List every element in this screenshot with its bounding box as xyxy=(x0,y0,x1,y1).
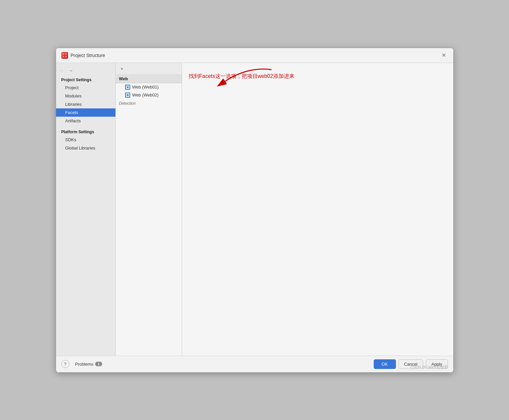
sidebar-item-libraries[interactable]: Libraries xyxy=(56,100,115,108)
middle-panel: + Web Web (Web01) Web (Web02) Detection xyxy=(116,63,182,356)
facet-item-web01[interactable]: Web (Web01) xyxy=(116,83,182,91)
web-facet-icon-inner xyxy=(126,86,129,89)
close-button[interactable]: ✕ xyxy=(440,51,448,59)
facet-item-web01-label: Web (Web01) xyxy=(132,85,159,90)
bottom-bar: ? Problems 1 OK Cancel Apply xyxy=(56,356,453,372)
web-facet-icon xyxy=(125,85,130,90)
sidebar-item-global-libraries[interactable]: Global Libraries xyxy=(56,144,115,152)
web-facet-icon-2 xyxy=(125,92,130,98)
nav-divider xyxy=(56,125,115,128)
main-content: ← → Project Settings Project Modules Lib… xyxy=(56,63,453,356)
ok-button[interactable]: OK xyxy=(374,359,396,369)
svg-rect-1 xyxy=(65,53,67,55)
add-facet-button[interactable]: + xyxy=(118,65,126,72)
sidebar-item-project[interactable]: Project xyxy=(56,84,115,92)
web-facet-icon-inner-2 xyxy=(126,93,129,97)
detection-label: Detection xyxy=(116,99,182,108)
back-button[interactable]: ← xyxy=(59,67,66,74)
right-panel: 找到Facets这一选项，把项目web02添加进来 xyxy=(182,63,453,356)
nav-arrows: ← → xyxy=(56,66,115,76)
dialog-title: Project Structure xyxy=(71,53,105,58)
svg-rect-2 xyxy=(62,56,64,58)
sidebar-item-sdks[interactable]: SDKs xyxy=(56,136,115,144)
project-settings-header: Project Settings xyxy=(56,76,115,84)
svg-rect-3 xyxy=(65,56,67,58)
annotation-text: 找到Facets这一选项，把项目web02添加进来 xyxy=(189,73,294,80)
platform-settings-header: Platform Settings xyxy=(56,128,115,136)
facet-item-web02-label: Web (Web02) xyxy=(132,92,159,97)
project-structure-dialog: Project Structure ✕ ← → Project Settings… xyxy=(56,48,454,373)
facets-list: Web Web (Web01) Web (Web02) Detection xyxy=(116,75,182,356)
sidebar-item-facets[interactable]: Facets xyxy=(56,108,115,117)
watermark: CSDN @Cata卡若朋朋 xyxy=(411,365,448,370)
middle-toolbar: + xyxy=(116,63,182,75)
app-icon xyxy=(61,52,68,59)
help-button[interactable]: ? xyxy=(61,360,69,368)
facet-item-web02[interactable]: Web (Web02) xyxy=(116,91,182,99)
problems-button[interactable]: Problems 1 xyxy=(72,360,105,368)
sidebar-item-modules[interactable]: Modules xyxy=(56,92,115,100)
sidebar: ← → Project Settings Project Modules Lib… xyxy=(56,63,116,356)
bottom-left: ? Problems 1 xyxy=(61,360,105,368)
forward-button[interactable]: → xyxy=(67,67,75,74)
title-bar-left: Project Structure xyxy=(61,52,105,59)
svg-rect-0 xyxy=(62,53,64,55)
title-bar: Project Structure ✕ xyxy=(56,48,453,63)
problems-badge: 1 xyxy=(95,362,102,366)
facet-group-web: Web xyxy=(116,75,182,83)
sidebar-item-artifacts[interactable]: Artifacts xyxy=(56,117,115,125)
problems-label: Problems xyxy=(75,362,94,367)
